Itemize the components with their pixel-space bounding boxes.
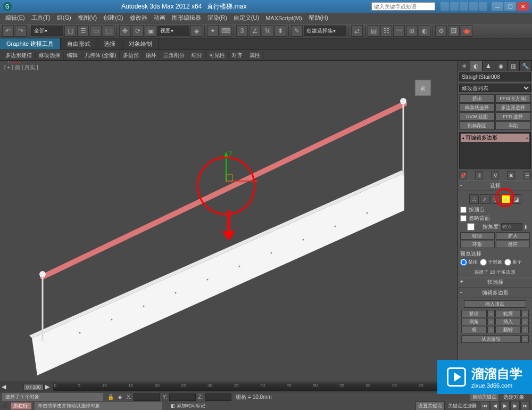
preview-multi-radio[interactable]: 多个 xyxy=(504,259,522,266)
menu-maxscript[interactable]: MAXScript(M) xyxy=(263,15,304,21)
menu-help[interactable]: 帮助(H) xyxy=(306,14,330,22)
minimize-button[interactable]: — xyxy=(492,2,503,11)
tab-modify-icon[interactable]: ◐ xyxy=(470,61,483,71)
bevel-settings-icon[interactable]: ▫ xyxy=(487,318,495,325)
ribbon-tab-freeform[interactable]: 自由形式 xyxy=(61,38,97,50)
modifier-list-dropdown[interactable]: 修改器列表 xyxy=(459,84,531,92)
inset-settings-icon[interactable]: ▫ xyxy=(521,318,529,325)
vertex-level-icon[interactable]: ∴ xyxy=(469,194,479,204)
hinge-from-edge-button[interactable]: 从边旋转 xyxy=(461,335,521,343)
outline-button[interactable]: 轮廓 xyxy=(495,310,521,317)
curve-editor-button[interactable]: 〰 xyxy=(393,25,405,37)
select-scale-button[interactable]: ▣ xyxy=(145,25,156,37)
help-search-box[interactable] xyxy=(371,2,435,11)
tab-utilities-icon[interactable]: 🔧 xyxy=(520,61,532,71)
menu-edit[interactable]: 编辑(E) xyxy=(3,14,27,22)
angle-spinner[interactable] xyxy=(501,223,522,231)
select-move-button[interactable]: ✥ xyxy=(119,25,131,37)
btn-ffd-select[interactable]: FFD 选择 xyxy=(495,112,531,121)
ribbon-edit[interactable]: 编辑 xyxy=(64,52,81,59)
menu-tools[interactable]: 工具(T) xyxy=(29,14,53,22)
redo-button[interactable]: ↷ xyxy=(15,25,27,37)
ribbon-tab-paint[interactable]: 对象绘制 xyxy=(122,38,159,50)
bridge-button[interactable]: 桥 xyxy=(461,326,487,333)
menu-create[interactable]: 创建(C) xyxy=(101,14,125,22)
lock-selection-icon[interactable]: 🔒 xyxy=(107,394,114,400)
y-input[interactable] xyxy=(169,393,196,401)
maximize-button[interactable]: ☐ xyxy=(504,2,516,11)
x-input[interactable] xyxy=(134,393,160,401)
tab-motion-icon[interactable]: ◉ xyxy=(495,61,508,71)
goto-start-icon[interactable]: ⏮ xyxy=(480,401,489,410)
menu-views[interactable]: 视图(V) xyxy=(76,14,99,22)
edit-named-sel-button[interactable]: ✎ xyxy=(291,25,303,37)
undo-button[interactable]: ↶ xyxy=(2,25,14,37)
border-level-icon[interactable]: ◇ xyxy=(491,194,500,204)
prev-frame-icon[interactable]: ◀ xyxy=(490,401,500,410)
align-button[interactable]: ▤ xyxy=(368,25,379,37)
preview-off-radio[interactable]: 禁用 xyxy=(460,259,478,266)
polygon-level-icon[interactable]: ■ xyxy=(501,194,511,204)
percent-snap-button[interactable]: % xyxy=(262,25,273,37)
goto-end-icon[interactable]: ⏭ xyxy=(520,401,530,410)
keyboard-shortcut-button[interactable]: ⌨ xyxy=(220,25,231,37)
grow-button[interactable]: 扩大 xyxy=(496,232,530,240)
angle-snap-button[interactable]: ∠ xyxy=(249,25,261,37)
menu-customize[interactable]: 自定义(U) xyxy=(231,14,261,22)
rollout-toggle-icon[interactable]: - xyxy=(460,182,462,188)
ribbon-tab-graphite[interactable]: Graphite 建模工具 xyxy=(0,38,61,50)
tab-create-icon[interactable]: ✳ xyxy=(458,61,470,71)
named-selection-sets[interactable]: 创建选择集 ▾ xyxy=(304,26,346,36)
by-vertex-checkbox[interactable]: 按顶点 xyxy=(460,206,530,214)
ring-button[interactable]: 环形 xyxy=(460,241,495,248)
help-search-input[interactable] xyxy=(371,2,435,11)
maxscript-mini-listener-icon[interactable]: ⬛ xyxy=(2,403,8,408)
ribbon-modify-selection[interactable]: 修改选择 xyxy=(36,52,64,59)
shrink-button[interactable]: 收缩 xyxy=(460,232,495,240)
window-crossing-button[interactable]: ⬚ xyxy=(103,25,114,37)
extrude-settings-icon[interactable]: ▫ xyxy=(487,310,495,317)
select-object-button[interactable]: ▢ xyxy=(64,25,76,37)
btn-lathe[interactable]: 车削 xyxy=(495,121,531,130)
tab-hierarchy-icon[interactable]: ♟ xyxy=(483,61,495,71)
remove-modifier-icon[interactable]: ✖ xyxy=(507,171,515,179)
ribbon-align[interactable]: 对齐 xyxy=(229,52,246,59)
btn-poly-select[interactable]: 多边形选择 xyxy=(495,103,531,112)
select-manipulate-button[interactable]: ✦ xyxy=(207,25,219,37)
viewport[interactable]: [ + ] 前 ] 真实 ] 前 xyxy=(0,61,458,381)
btn-extrude[interactable]: 挤出 xyxy=(459,94,495,103)
play-icon[interactable]: ▶ xyxy=(500,401,510,410)
element-level-icon[interactable]: ◪ xyxy=(512,194,521,204)
rollout-toggle-icon[interactable]: - xyxy=(460,289,462,295)
pin-stack-icon[interactable]: 📌 xyxy=(459,171,467,179)
configure-sets-icon[interactable]: ☰ xyxy=(523,171,531,179)
tab-display-icon[interactable]: ▥ xyxy=(508,61,520,71)
btn-spline-select[interactable]: 样条线选择 xyxy=(459,103,495,112)
ribbon-geometry-all[interactable]: 几何体 (全部) xyxy=(81,52,120,59)
spinner-snap-button[interactable]: ⬍ xyxy=(275,25,286,37)
extrude-button[interactable]: 挤出 xyxy=(461,310,487,317)
insert-vertex-button[interactable]: 插入顶点 xyxy=(464,300,527,308)
layer-manager-button[interactable]: ☷ xyxy=(380,25,392,37)
ribbon-visibility[interactable]: 可见性 xyxy=(206,52,229,59)
material-editor-button[interactable]: ◐ xyxy=(419,25,430,37)
edge-level-icon[interactable]: ✓ xyxy=(480,194,489,204)
key-filter-dropdown[interactable]: 选定对象 xyxy=(503,393,530,401)
make-unique-icon[interactable]: ∀ xyxy=(491,171,499,179)
timeline-prev-icon[interactable]: ◀ xyxy=(0,383,7,390)
by-angle-checkbox[interactable] xyxy=(460,223,481,231)
preview-subobj-radio[interactable]: 子对象 xyxy=(480,259,502,266)
ribbon-subdivision[interactable]: 细分 xyxy=(188,52,206,59)
flip-settings-icon[interactable]: ▫ xyxy=(521,326,529,333)
btn-ffd-box[interactable]: FFD(长方体) xyxy=(495,94,531,103)
select-by-name-button[interactable]: ☰ xyxy=(77,25,89,37)
menu-group[interactable]: 组(G) xyxy=(55,14,73,22)
btn-uvw-map[interactable]: UVW 贴图 xyxy=(459,112,495,121)
schematic-view-button[interactable]: ⊞ xyxy=(406,25,418,37)
help-icon[interactable] xyxy=(479,2,487,11)
menu-animation[interactable]: 动画 xyxy=(152,14,168,22)
flip-button[interactable]: 翻转 xyxy=(495,326,521,333)
bridge-settings-icon[interactable]: ▫ xyxy=(487,326,495,333)
loop-button[interactable]: 循环 xyxy=(496,241,530,248)
exchange-icon[interactable] xyxy=(460,2,468,11)
